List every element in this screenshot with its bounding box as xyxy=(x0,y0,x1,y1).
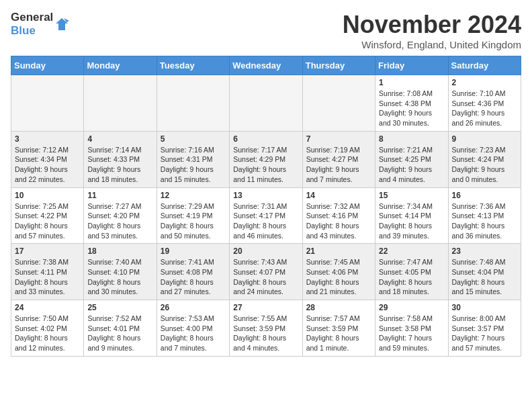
calendar-cell: 11Sunrise: 7:27 AMSunset: 4:20 PMDayligh… xyxy=(84,187,157,244)
day-info: Sunrise: 7:38 AMSunset: 4:11 PMDaylight:… xyxy=(15,257,80,297)
calendar-cell: 25Sunrise: 7:52 AMSunset: 4:01 PMDayligh… xyxy=(84,300,157,357)
calendar-cell: 16Sunrise: 7:36 AMSunset: 4:13 PMDayligh… xyxy=(448,187,521,244)
calendar-cell: 1Sunrise: 7:08 AMSunset: 4:38 PMDaylight… xyxy=(375,75,448,132)
day-number: 1 xyxy=(379,78,444,87)
calendar-cell xyxy=(302,75,375,132)
day-info: Sunrise: 7:10 AMSunset: 4:36 PMDaylight:… xyxy=(452,89,517,128)
day-number: 25 xyxy=(87,303,152,312)
day-number: 28 xyxy=(306,303,371,312)
location: Winsford, England, United Kingdom xyxy=(343,39,521,50)
day-info: Sunrise: 7:52 AMSunset: 4:01 PMDaylight:… xyxy=(87,314,152,353)
day-number: 27 xyxy=(233,303,298,312)
calendar-cell: 6Sunrise: 7:17 AMSunset: 4:29 PMDaylight… xyxy=(230,131,302,187)
day-number: 16 xyxy=(452,191,517,200)
day-number: 14 xyxy=(306,191,371,200)
calendar-cell: 8Sunrise: 7:21 AMSunset: 4:25 PMDaylight… xyxy=(375,131,448,187)
calendar-cell xyxy=(157,75,229,132)
col-header-tuesday: Tuesday xyxy=(157,56,229,75)
header-row: SundayMondayTuesdayWednesdayThursdayFrid… xyxy=(11,56,521,75)
day-number: 11 xyxy=(87,191,152,200)
col-header-saturday: Saturday xyxy=(448,56,521,75)
calendar-cell: 29Sunrise: 7:58 AMSunset: 3:58 PMDayligh… xyxy=(375,300,448,357)
day-info: Sunrise: 7:53 AMSunset: 4:00 PMDaylight:… xyxy=(161,314,226,353)
col-header-thursday: Thursday xyxy=(302,56,375,75)
day-info: Sunrise: 7:32 AMSunset: 4:16 PMDaylight:… xyxy=(306,201,371,241)
day-number: 7 xyxy=(306,134,371,144)
day-info: Sunrise: 7:34 AMSunset: 4:14 PMDaylight:… xyxy=(379,201,444,241)
col-header-sunday: Sunday xyxy=(11,56,84,75)
day-info: Sunrise: 7:43 AMSunset: 4:07 PMDaylight:… xyxy=(233,257,298,297)
logo: General Blue xyxy=(11,11,69,37)
day-number: 15 xyxy=(379,191,444,200)
calendar-cell: 30Sunrise: 8:00 AMSunset: 3:57 PMDayligh… xyxy=(448,300,521,357)
calendar-cell: 15Sunrise: 7:34 AMSunset: 4:14 PMDayligh… xyxy=(375,187,448,244)
day-info: Sunrise: 7:29 AMSunset: 4:19 PMDaylight:… xyxy=(161,201,226,241)
calendar-cell: 17Sunrise: 7:38 AMSunset: 4:11 PMDayligh… xyxy=(11,244,84,300)
calendar-cell: 18Sunrise: 7:40 AMSunset: 4:10 PMDayligh… xyxy=(84,244,157,300)
calendar-cell: 4Sunrise: 7:14 AMSunset: 4:33 PMDaylight… xyxy=(84,131,157,187)
calendar-cell: 19Sunrise: 7:41 AMSunset: 4:08 PMDayligh… xyxy=(157,244,229,300)
day-info: Sunrise: 7:25 AMSunset: 4:22 PMDaylight:… xyxy=(15,201,80,241)
calendar-cell: 12Sunrise: 7:29 AMSunset: 4:19 PMDayligh… xyxy=(157,187,229,244)
day-number: 6 xyxy=(233,134,298,144)
col-header-friday: Friday xyxy=(375,56,448,75)
day-number: 2 xyxy=(452,78,517,87)
day-info: Sunrise: 7:19 AMSunset: 4:27 PMDaylight:… xyxy=(306,145,371,185)
day-number: 17 xyxy=(15,246,80,256)
day-number: 21 xyxy=(306,246,371,256)
logo-line1: General xyxy=(11,11,53,24)
day-number: 3 xyxy=(15,134,80,144)
calendar-cell xyxy=(84,75,157,132)
calendar-cell: 26Sunrise: 7:53 AMSunset: 4:00 PMDayligh… xyxy=(157,300,229,357)
day-number: 8 xyxy=(379,134,444,144)
day-info: Sunrise: 7:47 AMSunset: 4:05 PMDaylight:… xyxy=(379,257,444,297)
calendar-cell: 21Sunrise: 7:45 AMSunset: 4:06 PMDayligh… xyxy=(302,244,375,300)
calendar-cell: 7Sunrise: 7:19 AMSunset: 4:27 PMDaylight… xyxy=(302,131,375,187)
calendar-cell: 14Sunrise: 7:32 AMSunset: 4:16 PMDayligh… xyxy=(302,187,375,244)
day-info: Sunrise: 7:58 AMSunset: 3:58 PMDaylight:… xyxy=(379,314,444,353)
calendar-cell xyxy=(11,75,84,132)
day-info: Sunrise: 7:40 AMSunset: 4:10 PMDaylight:… xyxy=(87,257,152,297)
day-number: 9 xyxy=(452,134,517,144)
day-number: 19 xyxy=(161,246,226,256)
day-info: Sunrise: 7:12 AMSunset: 4:34 PMDaylight:… xyxy=(15,145,80,185)
day-number: 18 xyxy=(87,246,152,256)
calendar-cell: 27Sunrise: 7:55 AMSunset: 3:59 PMDayligh… xyxy=(230,300,302,357)
calendar-cell: 13Sunrise: 7:31 AMSunset: 4:17 PMDayligh… xyxy=(230,187,302,244)
day-number: 29 xyxy=(379,303,444,312)
calendar-cell: 10Sunrise: 7:25 AMSunset: 4:22 PMDayligh… xyxy=(11,187,84,244)
day-number: 13 xyxy=(233,191,298,200)
calendar-cell: 20Sunrise: 7:43 AMSunset: 4:07 PMDayligh… xyxy=(230,244,302,300)
title-block: November 2024 Winsford, England, United … xyxy=(343,11,521,50)
day-info: Sunrise: 7:36 AMSunset: 4:13 PMDaylight:… xyxy=(452,201,517,241)
calendar-cell: 5Sunrise: 7:16 AMSunset: 4:31 PMDaylight… xyxy=(157,131,229,187)
day-info: Sunrise: 7:45 AMSunset: 4:06 PMDaylight:… xyxy=(306,257,371,297)
month-title: November 2024 xyxy=(343,11,521,39)
calendar-cell: 9Sunrise: 7:23 AMSunset: 4:24 PMDaylight… xyxy=(448,131,521,187)
calendar-table: SundayMondayTuesdayWednesdayThursdayFrid… xyxy=(11,56,521,357)
day-number: 30 xyxy=(452,303,517,312)
week-row-1: 1Sunrise: 7:08 AMSunset: 4:38 PMDaylight… xyxy=(11,75,521,132)
day-info: Sunrise: 7:41 AMSunset: 4:08 PMDaylight:… xyxy=(161,257,226,297)
week-row-3: 10Sunrise: 7:25 AMSunset: 4:22 PMDayligh… xyxy=(11,187,521,244)
calendar-cell: 22Sunrise: 7:47 AMSunset: 4:05 PMDayligh… xyxy=(375,244,448,300)
week-row-2: 3Sunrise: 7:12 AMSunset: 4:34 PMDaylight… xyxy=(11,131,521,187)
day-info: Sunrise: 7:55 AMSunset: 3:59 PMDaylight:… xyxy=(233,314,298,353)
day-info: Sunrise: 7:17 AMSunset: 4:29 PMDaylight:… xyxy=(233,145,298,185)
day-info: Sunrise: 8:00 AMSunset: 3:57 PMDaylight:… xyxy=(452,314,517,353)
day-info: Sunrise: 7:57 AMSunset: 3:59 PMDaylight:… xyxy=(306,314,371,353)
calendar-cell: 28Sunrise: 7:57 AMSunset: 3:59 PMDayligh… xyxy=(302,300,375,357)
logo-bird-icon xyxy=(54,17,69,32)
day-number: 26 xyxy=(161,303,226,312)
day-info: Sunrise: 7:48 AMSunset: 4:04 PMDaylight:… xyxy=(452,257,517,297)
day-number: 20 xyxy=(233,246,298,256)
page-header: General Blue November 2024 Winsford, Eng… xyxy=(11,11,521,50)
day-number: 10 xyxy=(15,191,80,200)
day-info: Sunrise: 7:27 AMSunset: 4:20 PMDaylight:… xyxy=(87,201,152,241)
day-info: Sunrise: 7:14 AMSunset: 4:33 PMDaylight:… xyxy=(87,145,152,185)
day-number: 4 xyxy=(87,134,152,144)
week-row-4: 17Sunrise: 7:38 AMSunset: 4:11 PMDayligh… xyxy=(11,244,521,300)
day-number: 22 xyxy=(379,246,444,256)
calendar-cell: 3Sunrise: 7:12 AMSunset: 4:34 PMDaylight… xyxy=(11,131,84,187)
day-info: Sunrise: 7:16 AMSunset: 4:31 PMDaylight:… xyxy=(161,145,226,185)
